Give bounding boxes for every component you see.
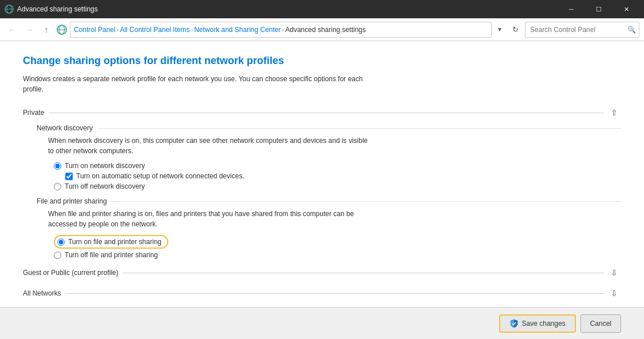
section-private-header: Private ⇧: [23, 106, 621, 119]
breadcrumb-control-panel[interactable]: Control Panel: [74, 26, 116, 34]
address-dropdown-button[interactable]: ▼: [494, 22, 505, 38]
search-icon: 🔍: [627, 26, 636, 34]
up-button[interactable]: ↑: [39, 22, 54, 37]
section-gp-toggle[interactable]: ⇩: [607, 266, 621, 280]
nd-auto-label[interactable]: Turn on automatic setup of network conne…: [76, 172, 244, 180]
fps-off-radio[interactable]: [54, 252, 61, 259]
subsection-nd-title: Network discovery: [37, 124, 621, 132]
title-bar: Advanced sharing settings ─ ☐ ✕: [0, 0, 644, 18]
search-wrap: 🔍: [525, 22, 639, 38]
footer: Save changes Cancel: [0, 307, 644, 339]
section-private-title: Private: [23, 109, 44, 117]
nd-auto-setup-item: Turn on automatic setup of network conne…: [65, 172, 621, 180]
fps-radio-group: Turn on file and printer sharing Turn of…: [54, 235, 621, 259]
section-gp-divider: [123, 273, 604, 273]
subsection-fp-title: File and printer sharing: [37, 197, 621, 205]
save-label: Save changes: [522, 320, 566, 328]
nd-auto-checkbox[interactable]: [65, 173, 73, 180]
breadcrumb-current: Advanced sharing settings: [285, 26, 366, 34]
subsection-network-discovery: Network discovery When network discovery…: [37, 124, 621, 190]
section-private-content: Network discovery When network discovery…: [23, 124, 621, 259]
section-gp-header: Guest or Public (current profile) ⇩: [23, 266, 621, 280]
fps-on-label[interactable]: Turn on file and printer sharing: [68, 238, 161, 246]
subsection-fp-desc: When file and printer sharing is on, fil…: [48, 209, 369, 229]
location-icon: [56, 24, 68, 35]
maximize-button[interactable]: ☐: [586, 0, 612, 18]
page-title: Change sharing options for different net…: [23, 55, 621, 67]
nd-option-off: Turn off network discovery: [54, 182, 621, 190]
section-divider: [49, 113, 604, 113]
page-desc: Windows creates a separate network profi…: [23, 74, 378, 94]
section-an-header: All Networks ⇩: [23, 286, 621, 300]
section-an-toggle[interactable]: ⇩: [607, 286, 621, 300]
section-private: Private ⇧ Network discovery When network…: [23, 106, 621, 259]
search-input[interactable]: [525, 22, 639, 38]
address-bar: ← → ↑ Control Panel › All Control Panel …: [0, 18, 644, 41]
shield-icon: [509, 319, 519, 328]
breadcrumb-all-items[interactable]: All Control Panel Items: [120, 26, 189, 34]
nd-radio-group: Turn on network discovery Turn on automa…: [54, 162, 621, 190]
section-an-title: All Networks: [23, 289, 61, 297]
section-all-networks: All Networks ⇩: [23, 286, 621, 300]
minimize-button[interactable]: ─: [558, 0, 584, 18]
close-button[interactable]: ✕: [613, 0, 639, 18]
nd-option-on: Turn on network discovery: [54, 162, 621, 170]
section-guest-public: Guest or Public (current profile) ⇩: [23, 266, 621, 280]
nd-off-label[interactable]: Turn off network discovery: [65, 182, 145, 190]
nd-on-label[interactable]: Turn on network discovery: [65, 162, 145, 170]
subsection-file-printer: File and printer sharing When file and p…: [37, 197, 621, 259]
breadcrumb: Control Panel › All Control Panel Items …: [70, 22, 492, 38]
nd-on-radio[interactable]: [54, 162, 61, 170]
section-gp-title: Guest or Public (current profile): [23, 269, 118, 277]
main-area: Change sharing options for different net…: [0, 41, 644, 339]
fps-on-radio[interactable]: [57, 238, 65, 246]
refresh-button[interactable]: ↻: [508, 22, 523, 37]
fps-option-off: Turn off file and printer sharing: [54, 251, 621, 259]
back-button[interactable]: ←: [5, 22, 19, 37]
section-private-toggle[interactable]: ⇧: [607, 106, 621, 119]
forward-button[interactable]: →: [22, 22, 37, 37]
app-icon: [5, 5, 14, 14]
subsection-nd-desc: When network discovery is on, this compu…: [48, 135, 369, 156]
save-button[interactable]: Save changes: [499, 314, 576, 333]
fps-highlighted-wrapper: Turn on file and printer sharing: [54, 235, 168, 249]
nd-off-radio[interactable]: [54, 183, 61, 190]
fps-off-label[interactable]: Turn off file and printer sharing: [65, 251, 158, 259]
window-title: Advanced sharing settings: [17, 5, 558, 13]
cancel-button[interactable]: Cancel: [580, 314, 621, 333]
window-controls: ─ ☐ ✕: [558, 0, 639, 18]
fps-option-on: Turn on file and printer sharing: [54, 235, 621, 249]
breadcrumb-network-center[interactable]: Network and Sharing Center: [194, 26, 280, 34]
section-an-divider: [66, 293, 604, 294]
